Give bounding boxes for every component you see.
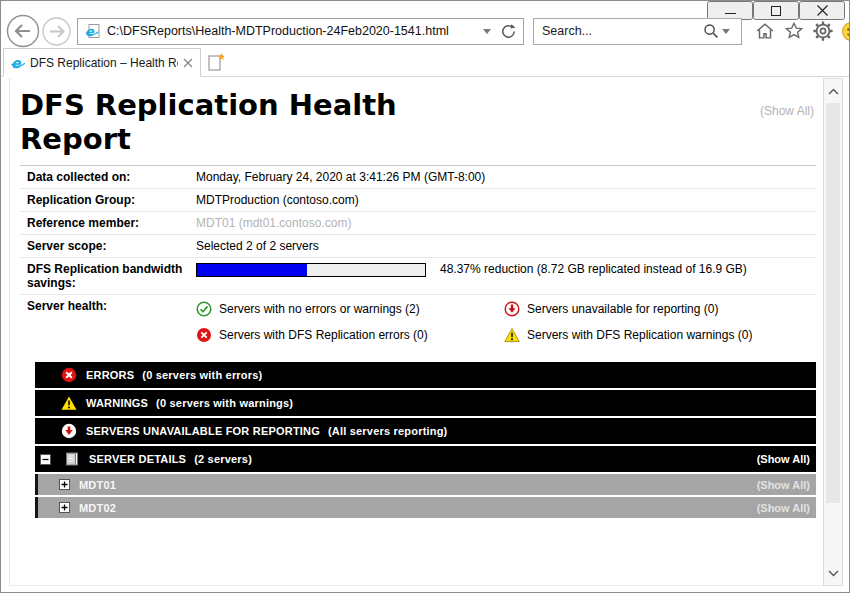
page-content: (Show All) DFS Replication Health Report…: [9, 78, 843, 586]
favorites-button[interactable]: [782, 19, 806, 43]
gear-icon: [812, 20, 834, 42]
section-detail: (2 servers): [194, 453, 252, 465]
server-name: MDT01: [79, 479, 116, 491]
scroll-up-button[interactable]: [824, 81, 842, 101]
url-field[interactable]: C:\DFSReports\Health-MDTProduction-24Feb…: [107, 24, 480, 38]
search-box[interactable]: Search...: [533, 18, 742, 45]
collapse-button[interactable]: [40, 454, 51, 465]
section-detail: (0 servers with warnings): [156, 397, 293, 409]
scrollbar-thumb[interactable]: [826, 103, 840, 503]
server-row-mdt02[interactable]: MDT02 (Show All): [35, 497, 816, 518]
ie-page-icon: e: [84, 23, 101, 40]
search-icon: [703, 23, 719, 39]
warning-icon: [504, 327, 520, 343]
field-label: DFS Replication bandwidth savings:: [20, 262, 196, 290]
close-icon: [183, 58, 193, 68]
plus-box-icon: [59, 502, 70, 513]
dfs-health-report: (Show All) DFS Replication Health Report…: [20, 78, 816, 520]
field-label: Server health:: [20, 299, 196, 343]
show-all-link-server-details[interactable]: (Show All): [757, 453, 810, 465]
show-all-link-mdt02[interactable]: (Show All): [757, 502, 810, 514]
ie-favicon: e: [10, 55, 26, 71]
unavailable-icon: [504, 301, 520, 317]
home-button[interactable]: [753, 19, 777, 43]
back-arrow-icon: [5, 13, 41, 49]
expand-button[interactable]: [59, 479, 70, 490]
show-all-link-mdt01[interactable]: (Show All): [757, 479, 810, 491]
new-tab-button[interactable]: [207, 52, 231, 74]
bandwidth-visual: 48.37% reduction (8.72 GB replicated ins…: [196, 262, 747, 290]
minus-box-icon: [40, 454, 51, 465]
field-row-server-scope: Server scope: Selected 2 of 2 servers: [20, 235, 816, 258]
field-value: MDT01 (mdt01.contoso.com): [196, 216, 351, 230]
health-item-label: Servers with no errors or warnings (2): [219, 302, 420, 316]
server-name: MDT02: [79, 502, 116, 514]
unavailable-icon: [61, 423, 77, 439]
server-health-grid: Servers with no errors or warnings (2) S…: [196, 299, 752, 343]
show-all-link-top[interactable]: (Show All): [760, 104, 814, 118]
section-label: ERRORS: [86, 369, 134, 381]
feedback-button[interactable]: [840, 20, 850, 43]
plus-box-icon: [59, 479, 70, 490]
server-icon: [64, 451, 80, 467]
tab-bar: e DFS Replication – Health Re...: [1, 48, 849, 77]
section-label: WARNINGS: [86, 397, 148, 409]
star-icon: [783, 20, 805, 42]
field-label: Server scope:: [20, 239, 196, 253]
chevron-up-icon: [828, 88, 839, 95]
chevron-down-icon: [722, 29, 730, 34]
chevron-down-icon: [483, 29, 491, 34]
new-tab-icon: [207, 52, 226, 72]
health-item-errors: Servers with DFS Replication errors (0): [196, 327, 504, 343]
search-dropdown-button[interactable]: [719, 29, 733, 34]
field-row-reference-member: Reference member: MDT01 (mdt01.contoso.c…: [20, 212, 816, 235]
expand-button[interactable]: [59, 502, 70, 513]
vertical-scrollbar[interactable]: [823, 78, 843, 586]
browser-toolbar-icons: [753, 19, 850, 43]
health-item-label: Servers unavailable for reporting (0): [527, 302, 718, 316]
server-row-mdt01[interactable]: MDT01 (Show All): [35, 474, 816, 495]
field-row-bandwidth-savings: DFS Replication bandwidth savings: 48.37…: [20, 258, 816, 295]
field-row-replication-group: Replication Group: MDTProduction (contos…: [20, 189, 816, 212]
field-value: Selected 2 of 2 servers: [196, 239, 319, 253]
field-value: MDTProduction (contoso.com): [196, 193, 359, 207]
forward-button[interactable]: [41, 16, 72, 47]
scroll-down-button[interactable]: [824, 563, 842, 583]
tab-close-button[interactable]: [182, 57, 194, 69]
health-item-warnings: Servers with DFS Replication warnings (0…: [504, 327, 752, 343]
refresh-button[interactable]: [500, 23, 517, 40]
bandwidth-progress-bar: [196, 263, 426, 277]
section-errors[interactable]: ERRORS (0 servers with errors): [35, 362, 816, 388]
section-label: SERVER DETAILS: [89, 453, 186, 465]
field-row-server-health: Server health: Servers with no errors or…: [20, 295, 816, 349]
warning-icon: [61, 395, 77, 411]
section-detail: (All servers reporting): [328, 425, 448, 437]
navigation-bar: e C:\DFSReports\Health-MDTProduction-24F…: [5, 13, 850, 49]
health-item-label: Servers with DFS Replication warnings (0…: [527, 328, 752, 342]
check-circle-icon: [196, 301, 212, 317]
bandwidth-text: 48.37% reduction (8.72 GB replicated ins…: [440, 262, 747, 276]
health-item-unavailable: Servers unavailable for reporting (0): [504, 301, 752, 317]
section-server-details[interactable]: SERVER DETAILS (2 servers) (Show All): [35, 446, 816, 472]
search-input[interactable]: Search...: [542, 24, 703, 38]
search-go-button[interactable]: [703, 23, 719, 39]
bandwidth-progress-fill: [197, 264, 307, 276]
field-row-data-collected: Data collected on: Monday, February 24, …: [20, 166, 816, 189]
smiley-icon: [841, 21, 850, 42]
health-item-no-errors: Servers with no errors or warnings (2): [196, 301, 504, 317]
field-label: Reference member:: [20, 216, 196, 230]
section-warnings[interactable]: WARNINGS (0 servers with warnings): [35, 390, 816, 416]
refresh-icon: [500, 23, 517, 40]
settings-button[interactable]: [811, 19, 835, 43]
tab-dfs-replication-health-report[interactable]: e DFS Replication – Health Re...: [3, 48, 201, 77]
address-bar[interactable]: e C:\DFSReports\Health-MDTProduction-24F…: [77, 18, 524, 45]
back-button[interactable]: [5, 13, 41, 49]
section-label: SERVERS UNAVAILABLE FOR REPORTING: [86, 425, 320, 437]
home-icon: [754, 20, 776, 42]
section-servers-unavailable[interactable]: SERVERS UNAVAILABLE FOR REPORTING (All s…: [35, 418, 816, 444]
browser-window: e C:\DFSReports\Health-MDTProduction-24F…: [0, 0, 850, 593]
chevron-down-icon: [828, 570, 839, 577]
address-dropdown-button[interactable]: [480, 29, 494, 34]
health-item-label: Servers with DFS Replication errors (0): [219, 328, 428, 342]
svg-text:e: e: [11, 55, 22, 71]
